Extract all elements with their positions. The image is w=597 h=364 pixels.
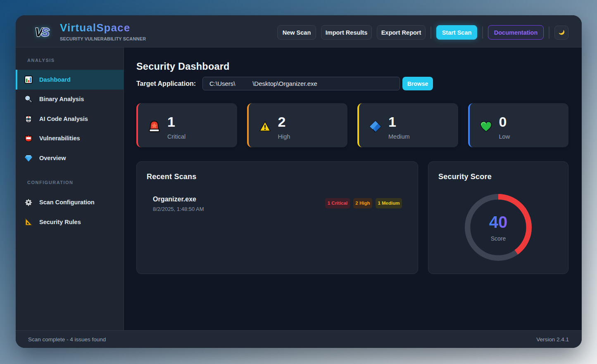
svg-text:S: S xyxy=(41,25,50,38)
